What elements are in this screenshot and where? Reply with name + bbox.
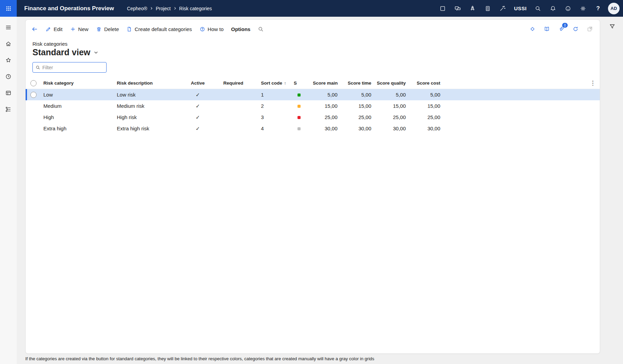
main-content: Edit New Delete [17, 17, 623, 364]
user-avatar[interactable]: AD [608, 3, 620, 14]
edit-button[interactable]: Edit [42, 24, 66, 34]
back-arrow-icon [31, 26, 38, 32]
document-icon [126, 26, 132, 32]
header-search-button[interactable] [531, 1, 545, 16]
row-select-radio[interactable] [30, 92, 37, 98]
active-check-icon: ✓ [188, 114, 208, 120]
grid-header-row: Risk category Risk description Active Re… [26, 77, 600, 89]
sort-code-label: Sort code [261, 81, 282, 86]
select-all-radio[interactable] [30, 80, 37, 86]
column-header-risk-description[interactable]: Risk description [115, 81, 188, 86]
filter-input[interactable] [42, 65, 103, 70]
sort-code-cell: 3 [259, 114, 292, 120]
risk-category-cell: Extra high [41, 126, 115, 131]
column-header-sort-code[interactable]: Sort code ↑ [259, 81, 292, 86]
sort-code-cell: 1 [259, 92, 292, 98]
delete-button[interactable]: Delete [92, 24, 123, 34]
column-header-required[interactable]: Required [208, 81, 259, 86]
sidebar-item-workspaces[interactable] [2, 86, 15, 99]
score-cost-cell: 30,00 [408, 126, 442, 131]
status-color-chip [297, 116, 301, 119]
grid-help-note: If the categories are created via the bu… [25, 354, 600, 362]
score-cost-cell: 5,00 [408, 92, 442, 98]
calculator-button[interactable] [481, 1, 495, 16]
settings-button[interactable] [576, 1, 590, 16]
app-launcher-button[interactable] [0, 0, 17, 17]
new-button[interactable]: New [66, 24, 92, 34]
breadcrumb-item-page[interactable]: Risk categories [179, 6, 212, 11]
column-header-score-quality[interactable]: Score quality [373, 81, 408, 86]
feedback-button[interactable] [561, 1, 575, 16]
breadcrumb-item-module[interactable]: Project [156, 6, 171, 11]
delete-button-label: Delete [104, 26, 119, 32]
how-to-button[interactable]: How to [196, 24, 227, 34]
refresh-icon [572, 26, 579, 32]
score-time-cell: 25,00 [340, 114, 373, 120]
grid-options-button[interactable]: ⋮ [442, 79, 600, 87]
whats-new-button[interactable] [466, 1, 480, 16]
filter-pane-button[interactable] [606, 20, 618, 32]
score-time-cell: 30,00 [340, 126, 373, 131]
bell-icon [550, 5, 556, 12]
options-menu-button[interactable]: Options [227, 24, 254, 34]
risk-description-cell: Low risk [115, 92, 188, 98]
table-row[interactable]: Extra high Extra high risk ✓ 4 30,00 30,… [26, 123, 600, 134]
sidebar-item-home[interactable] [2, 37, 15, 50]
column-header-score-main[interactable]: Score main [311, 81, 340, 86]
refresh-button[interactable] [569, 23, 582, 35]
home-icon [5, 41, 12, 47]
search-icon [535, 5, 541, 12]
score-quality-cell: 30,00 [373, 126, 408, 131]
environment-label[interactable]: USSI [511, 5, 530, 11]
environments-button[interactable] [451, 1, 465, 16]
menu-toggle-button[interactable] [2, 21, 15, 34]
open-in-new-window-icon [587, 26, 593, 32]
back-button[interactable] [28, 24, 42, 35]
score-cost-cell: 25,00 [408, 114, 442, 120]
create-default-categories-button[interactable]: Create default categories [123, 24, 196, 34]
sidebar-item-modules[interactable] [2, 103, 15, 116]
row-select-cell[interactable] [26, 92, 41, 98]
column-header-risk-category[interactable]: Risk category [41, 81, 115, 86]
breadcrumb-item-root[interactable]: Cepheo® [127, 6, 147, 11]
risk-description-cell: High risk [115, 114, 188, 120]
devices-icon [454, 5, 461, 12]
column-header-active[interactable]: Active [188, 81, 208, 86]
office-diamond-icon [529, 26, 536, 32]
office-apps-button[interactable] [526, 23, 539, 35]
view-selector[interactable]: Standard view [26, 47, 105, 57]
page-card: Edit New Delete [25, 19, 600, 354]
table-row[interactable]: Low Low risk ✓ 1 5,00 5,00 5,00 5,00 [26, 89, 600, 100]
maximize-button[interactable] [435, 1, 450, 16]
action-search-button[interactable] [254, 24, 267, 34]
score-main-cell: 5,00 [311, 92, 340, 98]
open-in-new-window-button[interactable] [583, 23, 596, 35]
sort-code-cell: 2 [259, 103, 292, 109]
plus-icon [70, 26, 76, 32]
book-icon [544, 26, 550, 32]
magic-wand-icon [499, 5, 506, 12]
score-main-cell: 15,00 [311, 103, 340, 109]
app-title[interactable]: Finance and Operations Preview [24, 5, 114, 12]
chevron-down-icon [94, 50, 98, 55]
help-button[interactable]: ? [591, 1, 605, 16]
risk-categories-grid: Risk category Risk description Active Re… [26, 77, 600, 353]
select-all-cell[interactable] [26, 80, 41, 86]
risk-category-cell: Low [41, 92, 115, 98]
trash-icon [96, 26, 102, 32]
score-time-cell: 5,00 [340, 92, 373, 98]
active-check-icon: ✓ [188, 92, 208, 98]
attachments-button[interactable]: 0 [555, 23, 568, 35]
score-quality-cell: 5,00 [373, 92, 408, 98]
workspace-icon [5, 90, 12, 96]
column-header-status[interactable]: S [292, 81, 311, 86]
personalization-button[interactable] [496, 1, 510, 16]
task-guide-button[interactable] [540, 23, 553, 35]
sidebar-item-recent[interactable] [2, 70, 15, 83]
notifications-button[interactable] [546, 1, 560, 16]
table-row[interactable]: High High risk ✓ 3 25,00 25,00 25,00 25,… [26, 112, 600, 123]
table-row[interactable]: Medium Medium risk ✓ 2 15,00 15,00 15,00… [26, 100, 600, 112]
column-header-score-time[interactable]: Score time [340, 81, 373, 86]
column-header-score-cost[interactable]: Score cost [408, 81, 442, 86]
sidebar-item-favorites[interactable] [2, 54, 15, 67]
